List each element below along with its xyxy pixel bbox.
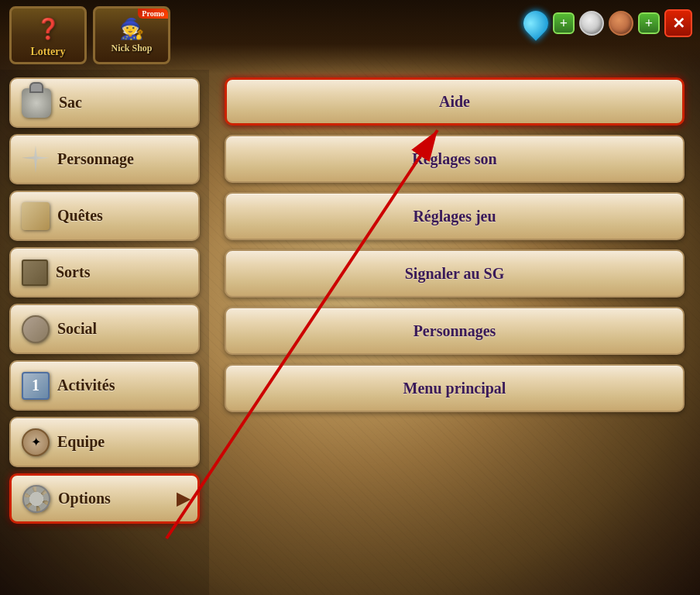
nickshop-label: Nick Shop bbox=[111, 43, 152, 54]
sidebar-item-social[interactable]: Social bbox=[9, 304, 200, 354]
quetes-label: Quêtes bbox=[57, 207, 103, 225]
top-bar: ❓ Lottery Promo 🧙 Nick Shop + + ✕ bbox=[0, 0, 700, 74]
aide-button[interactable]: Aide bbox=[225, 77, 685, 126]
right-panel: Aide Réglages son Réglages jeu Signaler … bbox=[209, 70, 700, 595]
quests-icon bbox=[22, 202, 50, 230]
lottery-button[interactable]: ❓ Lottery bbox=[9, 6, 87, 64]
reglages-son-button[interactable]: Réglages son bbox=[225, 135, 685, 183]
nickshop-button[interactable]: Promo 🧙 Nick Shop bbox=[93, 6, 170, 64]
close-button[interactable]: ✕ bbox=[664, 9, 692, 37]
social-icon bbox=[22, 315, 50, 343]
options-label: Options bbox=[58, 490, 111, 507]
menu-principal-label: Menu principal bbox=[403, 380, 506, 397]
personnages-label: Personnages bbox=[413, 322, 496, 340]
options-arrow-icon: ▶ bbox=[177, 489, 190, 509]
personnages-button[interactable]: Personnages bbox=[225, 307, 685, 355]
sidebar: Sac Personnage Quêtes Sorts Social 1 Act… bbox=[0, 70, 209, 595]
menu-principal-button[interactable]: Menu principal bbox=[225, 364, 685, 412]
sidebar-item-options[interactable]: Options ▶ bbox=[9, 473, 200, 524]
bag-icon bbox=[22, 88, 51, 118]
sidebar-item-quetes[interactable]: Quêtes bbox=[9, 191, 200, 241]
lottery-icon: ❓ bbox=[32, 13, 64, 46]
gem-icon bbox=[518, 5, 553, 40]
sorts-label: Sorts bbox=[56, 263, 90, 281]
add-gem-button[interactable]: + bbox=[553, 12, 575, 34]
signaler-sg-label: Signaler au SG bbox=[405, 265, 505, 283]
signaler-sg-button[interactable]: Signaler au SG bbox=[225, 249, 685, 298]
sidebar-item-personnage[interactable]: Personnage bbox=[9, 134, 200, 184]
spells-icon bbox=[22, 260, 48, 286]
add-currency-button[interactable]: + bbox=[638, 12, 660, 34]
reglages-jeu-button[interactable]: Réglages jeu bbox=[225, 192, 685, 240]
sac-label: Sac bbox=[59, 94, 82, 112]
silver-coin-icon bbox=[579, 11, 604, 36]
main-container: ❓ Lottery Promo 🧙 Nick Shop + + ✕ Sac bbox=[0, 0, 700, 595]
aide-label: Aide bbox=[439, 93, 470, 111]
copper-coin-icon bbox=[609, 11, 633, 36]
options-icon bbox=[22, 485, 50, 513]
sidebar-item-activites[interactable]: 1 Activités bbox=[9, 360, 200, 411]
lottery-label: Lottery bbox=[30, 46, 65, 58]
sidebar-item-sorts[interactable]: Sorts bbox=[9, 247, 200, 298]
reglages-jeu-label: Réglages jeu bbox=[413, 208, 496, 225]
character-icon bbox=[22, 146, 50, 174]
equipe-label: Equipe bbox=[57, 433, 105, 451]
social-label: Social bbox=[57, 320, 97, 338]
activites-label: Activités bbox=[57, 377, 115, 394]
nickshop-icon: 🧙 bbox=[119, 17, 144, 41]
team-icon: ✦ bbox=[22, 428, 50, 456]
personnage-label: Personnage bbox=[57, 150, 134, 168]
main-content: Sac Personnage Quêtes Sorts Social 1 Act… bbox=[0, 70, 700, 595]
top-bar-right: + + ✕ bbox=[523, 9, 692, 37]
sidebar-item-sac[interactable]: Sac bbox=[9, 77, 200, 128]
sidebar-item-equipe[interactable]: ✦ Equipe bbox=[9, 417, 200, 467]
promo-badge: Promo bbox=[138, 9, 168, 19]
activities-icon: 1 bbox=[22, 372, 50, 400]
reglages-son-label: Réglages son bbox=[412, 150, 496, 168]
